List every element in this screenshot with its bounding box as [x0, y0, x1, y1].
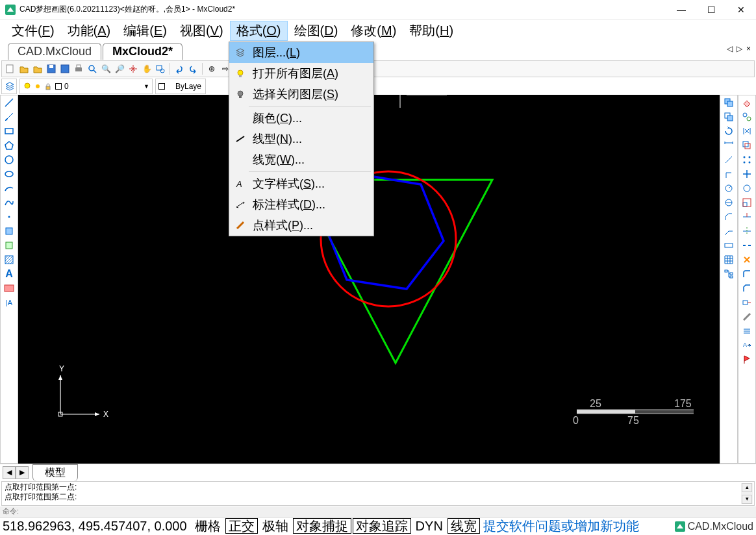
circle-icon[interactable] — [3, 154, 15, 166]
ellipse-icon[interactable] — [3, 168, 15, 180]
menu-v[interactable]: 视图(V) — [173, 21, 230, 41]
color-combo[interactable]: ByLaye — [155, 79, 206, 94]
new-icon[interactable] — [5, 63, 16, 75]
menu-item[interactable]: 标注样式(D)... — [229, 194, 373, 215]
text-arrow-icon[interactable]: A — [741, 340, 753, 351]
layout-prev-button[interactable]: ◀ — [3, 466, 16, 479]
move2-icon[interactable] — [741, 168, 753, 180]
menu-item[interactable]: 选择关闭图层(S) — [229, 84, 373, 105]
grid-icon[interactable] — [723, 254, 735, 266]
doc-tab-active[interactable]: MxCloud2* — [103, 43, 183, 60]
explode-icon[interactable] — [741, 254, 753, 266]
menu-e[interactable]: 编辑(E) — [117, 21, 173, 41]
dim6-icon[interactable] — [723, 211, 735, 223]
hand-icon[interactable]: ✋ — [141, 63, 153, 75]
dim2-icon[interactable] — [723, 154, 735, 166]
mirror-icon[interactable] — [741, 125, 753, 137]
menu-item[interactable]: 图层...(L) — [229, 42, 373, 63]
menu-item[interactable]: 点样式(P)... — [229, 215, 373, 236]
open-icon[interactable] — [18, 63, 30, 75]
block-icon[interactable] — [3, 225, 15, 237]
menu-d[interactable]: 绘图(D) — [288, 21, 345, 41]
rect-icon[interactable] — [3, 125, 15, 137]
insert-icon[interactable] — [3, 240, 15, 251]
dim1-icon[interactable] — [723, 140, 735, 151]
open2-icon[interactable] — [32, 63, 44, 75]
menu-item[interactable]: A文字样式(S)... — [229, 173, 373, 194]
point-icon[interactable] — [3, 211, 15, 223]
tab-right-icon[interactable]: ▷ — [735, 44, 744, 53]
tab-left-icon[interactable]: ◁ — [725, 44, 734, 53]
status-toggle[interactable]: 极轴 — [259, 518, 292, 534]
menu-item[interactable]: 线型(N)... — [229, 129, 373, 149]
menu-item[interactable]: 打开所有图层(A) — [229, 63, 373, 84]
array-icon[interactable] — [741, 154, 753, 166]
arc-icon[interactable] — [3, 182, 15, 194]
close-button[interactable]: ✕ — [726, 0, 756, 19]
tool-icon[interactable]: ⊕ — [206, 63, 218, 75]
model-tab[interactable]: 模型 — [32, 464, 78, 481]
copy-icon[interactable] — [723, 97, 735, 108]
fillet-icon[interactable] — [741, 268, 753, 280]
spline-icon[interactable] — [3, 197, 15, 208]
menu-h[interactable]: 帮助(H) — [403, 21, 460, 41]
zoom-in-icon[interactable]: 🔍 — [100, 63, 112, 75]
status-toggle[interactable]: 对象追踪 — [353, 518, 411, 534]
status-toggle[interactable]: DYN — [412, 518, 446, 534]
menu-a[interactable]: 功能(A) — [61, 21, 118, 41]
print-icon[interactable] — [73, 63, 84, 75]
align-icon[interactable] — [741, 325, 753, 337]
stretch-icon[interactable] — [741, 297, 753, 308]
menu-m[interactable]: 修改(M) — [344, 21, 403, 41]
doc-tab[interactable]: CAD.MxCloud — [8, 43, 101, 60]
leader-icon[interactable] — [723, 225, 735, 237]
scroll-up-icon[interactable]: ▴ — [742, 483, 752, 492]
break-icon[interactable] — [741, 240, 753, 251]
prop-icon[interactable] — [741, 311, 753, 323]
extend-icon[interactable] — [741, 225, 753, 237]
dim5-icon[interactable] — [723, 197, 735, 208]
menu-o[interactable]: 格式(O) — [230, 21, 288, 41]
flag-icon[interactable] — [741, 354, 753, 366]
pan-icon[interactable] — [127, 63, 139, 75]
copy2-icon[interactable] — [741, 111, 753, 123]
layout-next-button[interactable]: ▶ — [16, 466, 29, 479]
layer-combo[interactable]: 0 ▼ — [19, 79, 153, 94]
dim4-icon[interactable] — [723, 182, 735, 194]
text-icon[interactable]: A — [3, 268, 15, 280]
menu-item[interactable]: 颜色(C)... — [229, 108, 373, 129]
chamfer-icon[interactable] — [741, 282, 753, 294]
status-toggle[interactable]: 线宽 — [447, 518, 480, 534]
tree-icon[interactable] — [723, 268, 735, 280]
offset-icon[interactable] — [741, 140, 753, 151]
tol-icon[interactable] — [723, 240, 735, 251]
layer-manager-button[interactable] — [1, 79, 17, 94]
menu-item[interactable]: 线宽(W)... — [229, 149, 373, 170]
status-toggle[interactable]: 正交 — [225, 518, 258, 534]
undo-icon[interactable] — [173, 63, 185, 75]
dim3-icon[interactable] — [723, 168, 735, 180]
status-toggle[interactable]: 栅格 — [192, 518, 224, 534]
menu-f[interactable]: 文件(F) — [5, 21, 61, 41]
tab-close-icon[interactable]: × — [745, 44, 752, 53]
feedback-link[interactable]: 提交软件问题或增加新功能 — [483, 517, 639, 535]
line-icon[interactable] — [3, 97, 15, 108]
erase-icon[interactable] — [741, 97, 753, 108]
minimize-button[interactable]: — — [666, 0, 696, 19]
zoom-out-icon[interactable]: 🔎 — [114, 63, 125, 75]
save-icon[interactable] — [45, 63, 57, 75]
scale-icon[interactable] — [741, 197, 753, 208]
command-prompt[interactable]: 命令: — [0, 506, 756, 517]
rotate2-icon[interactable] — [741, 182, 753, 194]
ray-icon[interactable] — [3, 111, 15, 123]
zoom-window-icon[interactable] — [155, 63, 166, 75]
redo-icon[interactable] — [187, 63, 199, 75]
scroll-down-icon[interactable]: ▾ — [742, 495, 752, 504]
saveas-icon[interactable] — [59, 63, 71, 75]
polygon-icon[interactable] — [3, 140, 15, 151]
status-toggle[interactable]: 对象捕捉 — [293, 518, 351, 534]
dtext-icon[interactable]: |A — [3, 297, 15, 308]
rotate-icon[interactable] — [723, 125, 735, 137]
hatch-icon[interactable] — [3, 254, 15, 266]
maximize-button[interactable]: ☐ — [696, 0, 726, 19]
